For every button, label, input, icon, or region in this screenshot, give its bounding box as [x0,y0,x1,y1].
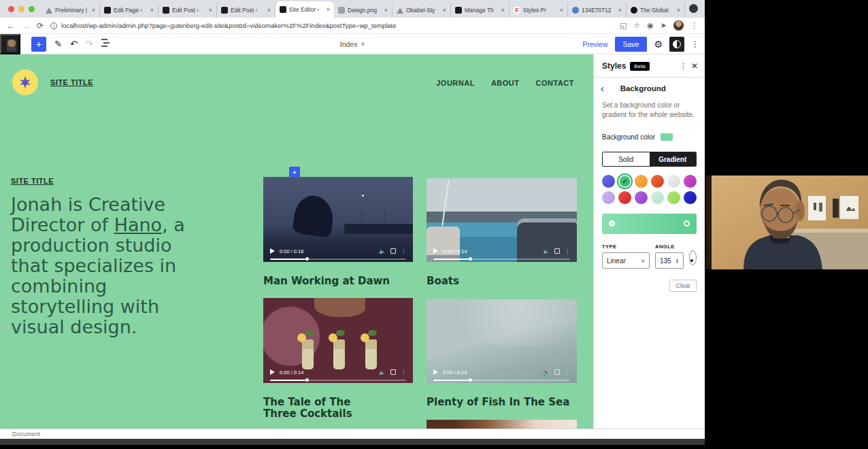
gradient-swatch[interactable] [667,191,680,204]
forward-icon[interactable]: → [22,21,30,31]
pin-icon[interactable]: ➤ [661,21,667,30]
add-block-button[interactable]: + [289,167,300,178]
bookmark-star-icon[interactable]: ☆ [633,21,640,30]
site-title-link[interactable]: SITE TITLE [50,78,93,86]
video-progress-bar[interactable] [433,259,570,261]
clear-button[interactable]: Clear [669,280,697,292]
list-view-icon[interactable] [101,39,111,49]
tab-close-icon[interactable]: × [443,7,446,14]
video-man-working-at-dawn[interactable]: 0:00 / 0:16 🔈 ⋮ [263,177,413,262]
gradient-swatch[interactable] [602,175,615,188]
tab-close-icon[interactable]: × [677,7,680,14]
extension-icon[interactable]: ◉ [647,21,654,30]
gradient-tab[interactable]: Gradient [650,152,697,166]
document-switcher[interactable]: Index ∨ [340,40,365,48]
more-options-icon[interactable]: ⋮ [691,39,699,49]
site-editor-canvas[interactable]: SITE TITLE JOURNAL ABOUT CONTACT SITE TI… [0,54,593,439]
breadcrumb[interactable]: Document [12,431,40,437]
gradient-swatch[interactable] [651,175,664,188]
browser-menu-icon[interactable]: ⋮ [690,21,698,30]
intro-paragraph[interactable]: Jonah is Creative Director of Hano, a pr… [11,195,201,337]
gradient-swatch[interactable] [651,191,664,204]
video-progress-bar[interactable] [433,380,570,382]
gradient-stop-handle[interactable] [684,220,690,227]
video-three-cocktails[interactable]: 0:00 / 0:14 🔈 ⋮ [263,298,413,383]
gradient-swatch[interactable] [684,175,697,188]
tab-close-icon[interactable]: × [384,7,388,14]
intro-site-title[interactable]: SITE TITLE [11,177,54,185]
video-progress-bar[interactable] [270,259,406,261]
tab-close-icon[interactable]: × [501,7,505,14]
hano-link[interactable]: Hano [114,214,162,235]
address-input[interactable]: i localhost/wp-admin/admin.php?page=gute… [50,20,620,32]
undo-icon[interactable]: ↶ [70,39,78,49]
reload-icon[interactable]: ⟳ [37,21,44,31]
profile-avatar[interactable] [673,20,684,31]
fullscreen-icon[interactable] [390,369,396,375]
tab-styles-figma[interactable]: FStyles Pr× [510,3,568,18]
gradient-swatch[interactable] [618,191,631,204]
tab-design-png[interactable]: Design.png× [334,3,393,18]
window-controls[interactable] [0,6,41,18]
gradient-swatch[interactable] [684,191,697,204]
preview-button[interactable]: Preview [582,40,607,48]
volume-icon[interactable]: 🔈 [379,369,386,376]
gradient-stop-handle[interactable] [609,220,615,227]
nav-journal[interactable]: JOURNAL [436,79,475,87]
redo-icon[interactable]: ↷ [86,39,93,49]
play-icon[interactable] [433,369,438,375]
tab-site-editor[interactable]: Site Editor ‹× [276,1,334,18]
gradient-swatch[interactable] [667,175,680,188]
tab-134e70712[interactable]: 134E70712× [568,3,627,18]
tab-manage-themes[interactable]: Manage Th× [451,3,510,18]
volume-icon[interactable]: 🔈 [379,248,386,254]
gradient-slider[interactable] [602,214,697,234]
nav-about[interactable]: ABOUT [491,79,520,87]
tab-close-icon[interactable]: × [267,7,271,14]
tab-close-icon[interactable]: × [327,7,330,13]
play-icon[interactable] [270,248,275,254]
fullscreen-icon[interactable] [554,248,560,254]
fullscreen-icon[interactable] [390,248,396,254]
back-chevron-icon[interactable]: ‹ [601,84,604,93]
panel-menu-icon[interactable]: ⋮ [680,62,687,71]
tab-the-global[interactable]: The Global× [627,3,685,18]
site-icon-button[interactable] [0,34,20,54]
play-icon[interactable] [433,248,438,254]
site-logo[interactable] [12,69,38,95]
background-color-swatch[interactable] [661,133,673,141]
tab-close-icon[interactable]: × [618,7,622,14]
number-spinner-icon[interactable]: ▲▼ [675,258,679,263]
panel-close-icon[interactable]: ✕ [691,61,698,71]
fullscreen-icon[interactable] [554,369,560,375]
gradient-swatch[interactable] [635,175,648,188]
gradient-swatch-selected[interactable] [618,175,631,188]
volume-icon[interactable]: 🔈 [543,248,550,254]
tab-close-icon[interactable]: × [92,7,95,14]
minimize-window-button[interactable] [18,6,24,12]
video-menu-icon[interactable]: ⋮ [565,248,570,254]
angle-dial[interactable] [689,250,697,265]
back-icon[interactable]: ← [7,21,15,31]
play-icon[interactable] [270,369,275,375]
tab-close-icon[interactable]: × [209,7,212,14]
tab-preliminary[interactable]: Preliminary |× [41,3,100,18]
browser-profile-icon[interactable] [689,4,698,13]
tab-edit-post-1[interactable]: Edit Post ‹× [158,3,217,18]
tab-edit-post-2[interactable]: Edit Post ‹× [217,3,276,18]
video-menu-icon[interactable]: ⋮ [401,248,406,254]
volume-icon[interactable]: 🔈 [543,369,550,376]
tab-close-icon[interactable]: × [560,7,563,14]
reading-list-icon[interactable]: ◱ [620,21,627,30]
tab-obabel-sty[interactable]: Obabel-Sty× [393,3,451,18]
tab-close-icon[interactable]: × [150,7,154,14]
type-select[interactable]: Linear ∨ [602,252,650,269]
gradient-swatch[interactable] [635,191,648,204]
block-inserter-button[interactable]: + [31,37,46,52]
tab-edit-page[interactable]: Edit Page ‹× [100,3,158,18]
settings-gear-icon[interactable]: ⚙ [654,39,663,50]
close-window-button[interactable] [8,6,14,12]
nav-contact[interactable]: CONTACT [536,79,574,87]
save-button[interactable]: Save [615,37,648,52]
styles-contrast-icon[interactable] [669,37,684,52]
